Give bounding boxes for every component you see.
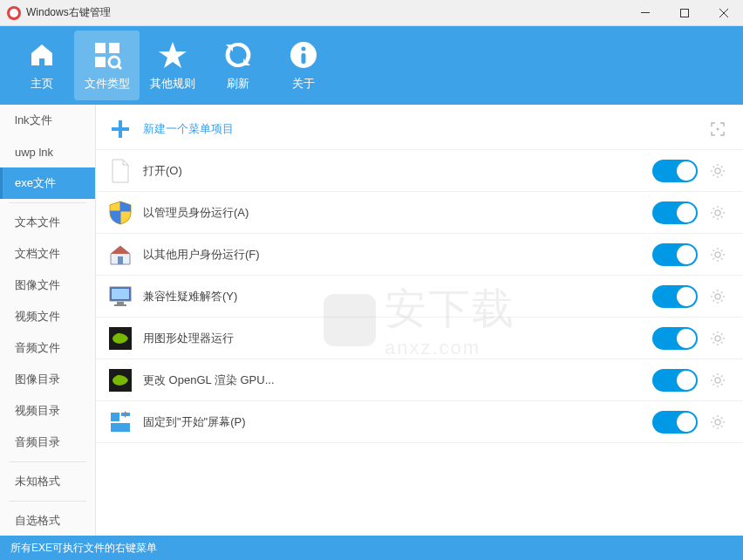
toggle-switch[interactable] [652, 327, 698, 350]
svg-line-19 [721, 174, 723, 176]
toolbar-about-label: 关于 [292, 76, 315, 92]
toggle-switch[interactable] [652, 285, 698, 308]
toggle-switch[interactable] [652, 411, 698, 434]
menu-item-row: 固定到"开始"屏幕(P) [96, 401, 743, 443]
svg-point-45 [715, 294, 720, 299]
svg-rect-43 [117, 302, 124, 304]
svg-line-28 [721, 216, 723, 218]
menu-item-label: 以其他用户身份运行(F) [143, 247, 652, 263]
minimize-button[interactable] [625, 0, 665, 26]
svg-line-20 [713, 174, 715, 176]
plus-icon [108, 117, 133, 141]
toggle-switch[interactable] [652, 243, 698, 266]
svg-line-51 [721, 300, 723, 302]
nvidia-icon [108, 368, 133, 393]
svg-line-38 [721, 258, 723, 260]
sidebar-item[interactable]: 自选格式 [0, 505, 95, 536]
svg-line-84 [713, 426, 715, 427]
toolbar-filetype-label: 文件类型 [85, 76, 130, 92]
toolbar-home-label: 主页 [31, 76, 53, 92]
svg-line-85 [721, 417, 723, 419]
svg-rect-42 [112, 289, 129, 299]
minimize-icon [641, 12, 650, 13]
sidebar-item[interactable]: uwp lnk [0, 136, 95, 167]
svg-line-60 [713, 333, 715, 335]
sidebar-item[interactable]: 音频文件 [0, 332, 95, 364]
svg-line-61 [721, 342, 723, 344]
settings-button[interactable] [708, 371, 727, 390]
settings-button[interactable] [708, 287, 727, 306]
svg-point-8 [301, 47, 305, 51]
sidebar-item[interactable]: exe文件 [0, 167, 95, 199]
statusbar: 所有EXE可执行文件的右键菜单 [0, 536, 743, 560]
focus-icon[interactable] [708, 120, 727, 139]
toolbar-other[interactable]: 其他规则 [140, 31, 205, 100]
titlebar: Windows右键管理 [0, 0, 743, 26]
svg-line-37 [713, 249, 715, 251]
toggle-switch[interactable] [652, 201, 698, 224]
svg-line-53 [721, 291, 723, 293]
svg-point-22 [715, 210, 720, 215]
toolbar-home[interactable]: 主页 [9, 31, 74, 100]
toolbar-refresh[interactable]: 刷新 [205, 31, 270, 100]
svg-line-18 [713, 166, 715, 167]
content: 安下载 anxz.com 新建一个菜单项目 打开(O)以管理员身份运行(A)以其… [96, 105, 743, 536]
svg-rect-2 [95, 43, 106, 53]
sidebar-divider [9, 461, 86, 462]
svg-rect-1 [680, 9, 688, 17]
maximize-button[interactable] [665, 0, 704, 26]
settings-button[interactable] [708, 329, 727, 348]
star-icon [157, 39, 188, 71]
menu-item-row: 兼容性疑难解答(Y) [96, 276, 743, 318]
sidebar-item[interactable]: 文本文件 [0, 207, 95, 238]
svg-line-83 [721, 426, 723, 427]
app-icon [7, 6, 21, 20]
menu-item-row: 更改 OpenGL 渲染 GPU... [96, 359, 743, 401]
toggle-switch[interactable] [652, 160, 698, 182]
svg-point-12 [717, 127, 719, 130]
monitor-icon [108, 284, 133, 309]
sidebar-item[interactable]: 视频目录 [0, 395, 95, 427]
menu-item-label: 打开(O) [143, 163, 652, 179]
settings-button[interactable] [708, 203, 727, 222]
menu-item-label: 更改 OpenGL 渲染 GPU... [143, 372, 652, 388]
sidebar-divider [9, 501, 86, 502]
toolbar-filetype[interactable]: 文件类型 [74, 31, 140, 100]
sidebar-item[interactable]: 图像目录 [0, 364, 95, 395]
toolbar-refresh-label: 刷新 [227, 76, 249, 92]
new-item-row[interactable]: 新建一个菜单项目 [96, 108, 743, 150]
svg-rect-74 [111, 413, 119, 421]
settings-button[interactable] [708, 245, 727, 264]
sidebar-item[interactable]: 文档文件 [0, 238, 95, 270]
svg-line-6 [118, 65, 121, 69]
sidebar-item[interactable]: 图像文件 [0, 270, 95, 301]
sidebar-item[interactable]: 视频文件 [0, 301, 95, 332]
home-icon [26, 39, 58, 71]
svg-rect-9 [301, 53, 305, 64]
settings-button[interactable] [708, 413, 727, 432]
svg-rect-0 [641, 12, 650, 13]
sidebar-item[interactable]: 音频目录 [0, 427, 95, 458]
toolbar-about[interactable]: 关于 [270, 31, 336, 100]
svg-line-52 [713, 300, 715, 302]
svg-line-40 [721, 249, 723, 251]
toolbar-other-label: 其他规则 [150, 76, 195, 92]
sidebar: lnk文件uwp lnkexe文件文本文件文档文件图像文件视频文件音频文件图像目… [0, 105, 96, 536]
menu-item-row: 打开(O) [96, 150, 743, 192]
body: lnk文件uwp lnkexe文件文本文件文档文件图像文件视频文件音频文件图像目… [0, 105, 743, 536]
sidebar-item[interactable]: 未知格式 [0, 466, 95, 497]
svg-point-32 [715, 252, 720, 257]
svg-line-63 [721, 333, 723, 335]
toggle-switch[interactable] [652, 369, 698, 392]
nvidia-icon [108, 326, 133, 351]
settings-button[interactable] [708, 161, 727, 181]
maximize-icon [680, 9, 689, 17]
svg-line-39 [713, 258, 715, 260]
sidebar-item[interactable]: lnk文件 [0, 105, 95, 136]
svg-rect-76 [111, 423, 130, 432]
file-icon [108, 159, 133, 183]
menu-item-label: 兼容性疑难解答(Y) [143, 289, 652, 304]
close-button[interactable] [704, 0, 743, 26]
svg-rect-4 [95, 57, 106, 67]
menu-item-row: 以管理员身份运行(A) [96, 192, 743, 234]
